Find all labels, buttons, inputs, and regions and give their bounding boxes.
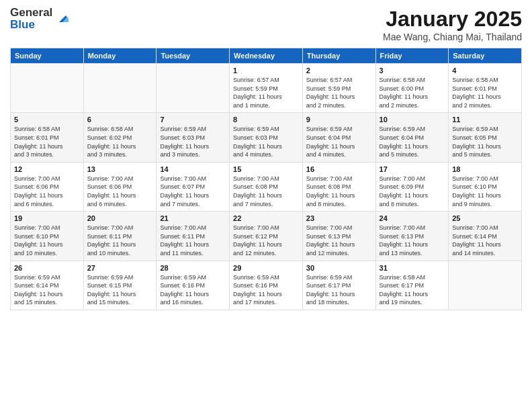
day-number: 30	[306, 264, 372, 272]
day-number: 7	[160, 116, 226, 124]
day-number: 3	[380, 66, 445, 75]
calendar-cell: 12Sunrise: 7:00 AMSunset: 6:06 PMDayligh…	[11, 162, 84, 211]
calendar-cell: 31Sunrise: 6:58 AMSunset: 6:17 PMDayligh…	[375, 261, 449, 310]
day-info: Sunrise: 6:57 AMSunset: 5:59 PMDaylight:…	[306, 76, 372, 109]
day-number: 13	[87, 165, 153, 173]
weekday-header-wednesday: Wednesday	[230, 48, 303, 64]
calendar-week-row-3: 12Sunrise: 7:00 AMSunset: 6:06 PMDayligh…	[11, 162, 522, 211]
calendar-cell: 13Sunrise: 7:00 AMSunset: 6:06 PMDayligh…	[83, 162, 157, 211]
day-info: Sunrise: 7:00 AMSunset: 6:11 PMDaylight:…	[87, 224, 153, 257]
day-number: 8	[233, 116, 299, 124]
day-info: Sunrise: 6:58 AMSunset: 6:00 PMDaylight:…	[380, 76, 445, 109]
day-info: Sunrise: 7:00 AMSunset: 6:10 PMDaylight:…	[14, 224, 80, 257]
day-number: 22	[233, 214, 299, 222]
day-number: 23	[306, 214, 372, 222]
day-info: Sunrise: 6:59 AMSunset: 6:03 PMDaylight:…	[233, 125, 299, 158]
calendar-cell: 16Sunrise: 7:00 AMSunset: 6:08 PMDayligh…	[302, 162, 375, 211]
calendar-week-row-1: 1Sunrise: 6:57 AMSunset: 5:59 PMDaylight…	[11, 64, 522, 113]
day-info: Sunrise: 6:58 AMSunset: 6:02 PMDaylight:…	[87, 125, 153, 158]
calendar-table: SundayMondayTuesdayWednesdayThursdayFrid…	[10, 48, 522, 310]
day-info: Sunrise: 6:59 AMSunset: 6:05 PMDaylight:…	[452, 125, 518, 158]
calendar-cell: 6Sunrise: 6:58 AMSunset: 6:02 PMDaylight…	[83, 113, 157, 162]
calendar-cell: 8Sunrise: 6:59 AMSunset: 6:03 PMDaylight…	[230, 113, 303, 162]
day-info: Sunrise: 6:59 AMSunset: 6:04 PMDaylight:…	[380, 125, 445, 158]
day-number: 14	[160, 165, 226, 173]
calendar-cell: 24Sunrise: 7:00 AMSunset: 6:13 PMDayligh…	[375, 212, 449, 261]
day-info: Sunrise: 7:00 AMSunset: 6:13 PMDaylight:…	[380, 224, 445, 257]
day-number: 28	[160, 264, 226, 272]
day-number: 20	[87, 214, 153, 222]
day-number: 2	[306, 66, 372, 75]
weekday-header-sunday: Sunday	[11, 48, 84, 64]
day-info: Sunrise: 6:58 AMSunset: 6:01 PMDaylight:…	[14, 125, 80, 158]
day-info: Sunrise: 6:57 AMSunset: 5:59 PMDaylight:…	[233, 76, 299, 109]
calendar-cell: 27Sunrise: 6:59 AMSunset: 6:15 PMDayligh…	[83, 261, 157, 310]
calendar-cell: 2Sunrise: 6:57 AMSunset: 5:59 PMDaylight…	[302, 64, 375, 113]
calendar-cell: 26Sunrise: 6:59 AMSunset: 6:14 PMDayligh…	[11, 261, 84, 310]
calendar-cell: 4Sunrise: 6:58 AMSunset: 6:01 PMDaylight…	[449, 64, 522, 113]
day-info: Sunrise: 7:00 AMSunset: 6:08 PMDaylight:…	[233, 175, 299, 208]
day-number: 1	[233, 66, 299, 75]
calendar-cell: 5Sunrise: 6:58 AMSunset: 6:01 PMDaylight…	[11, 113, 84, 162]
day-number: 12	[14, 165, 80, 173]
page-header: General Blue January 2025 Mae Wang, Chia…	[10, 7, 522, 42]
day-number: 24	[380, 214, 445, 222]
calendar-cell: 7Sunrise: 6:59 AMSunset: 6:03 PMDaylight…	[157, 113, 230, 162]
day-info: Sunrise: 7:00 AMSunset: 6:13 PMDaylight:…	[306, 224, 372, 257]
weekday-header-row: SundayMondayTuesdayWednesdayThursdayFrid…	[11, 48, 522, 64]
calendar-cell: 23Sunrise: 7:00 AMSunset: 6:13 PMDayligh…	[302, 212, 375, 261]
day-number: 11	[452, 116, 518, 124]
day-info: Sunrise: 6:59 AMSunset: 6:14 PMDaylight:…	[14, 273, 80, 307]
calendar-cell: 29Sunrise: 6:59 AMSunset: 6:16 PMDayligh…	[230, 261, 303, 310]
day-number: 27	[87, 264, 153, 272]
day-info: Sunrise: 7:00 AMSunset: 6:09 PMDaylight:…	[380, 175, 445, 208]
weekday-header-friday: Friday	[375, 48, 449, 64]
day-info: Sunrise: 6:58 AMSunset: 6:01 PMDaylight:…	[452, 76, 518, 109]
day-info: Sunrise: 7:00 AMSunset: 6:12 PMDaylight:…	[233, 224, 299, 257]
day-number: 19	[14, 214, 80, 222]
calendar-cell: 21Sunrise: 7:00 AMSunset: 6:11 PMDayligh…	[157, 212, 230, 261]
calendar-week-row-2: 5Sunrise: 6:58 AMSunset: 6:01 PMDaylight…	[11, 113, 522, 162]
day-info: Sunrise: 7:00 AMSunset: 6:08 PMDaylight:…	[306, 175, 372, 208]
calendar-cell: 11Sunrise: 6:59 AMSunset: 6:05 PMDayligh…	[449, 113, 522, 162]
day-number: 26	[14, 264, 80, 272]
calendar-week-row-5: 26Sunrise: 6:59 AMSunset: 6:14 PMDayligh…	[11, 261, 522, 310]
calendar-cell: 22Sunrise: 7:00 AMSunset: 6:12 PMDayligh…	[230, 212, 303, 261]
day-number: 4	[452, 66, 518, 75]
day-number: 9	[306, 116, 372, 124]
calendar-cell: 10Sunrise: 6:59 AMSunset: 6:04 PMDayligh…	[375, 113, 449, 162]
calendar-cell: 1Sunrise: 6:57 AMSunset: 5:59 PMDaylight…	[230, 64, 303, 113]
logo-blue-text: Blue	[10, 19, 52, 31]
calendar-cell	[83, 64, 157, 113]
title-block: January 2025 Mae Wang, Chiang Mai, Thail…	[383, 7, 522, 42]
location-text: Mae Wang, Chiang Mai, Thailand	[383, 32, 522, 42]
logo-general-text: General	[10, 7, 52, 19]
day-number: 29	[233, 264, 299, 272]
logo: General Blue	[10, 7, 70, 31]
day-info: Sunrise: 6:59 AMSunset: 6:16 PMDaylight:…	[233, 273, 299, 307]
day-number: 6	[87, 116, 153, 124]
calendar-cell: 25Sunrise: 7:00 AMSunset: 6:14 PMDayligh…	[449, 212, 522, 261]
day-info: Sunrise: 6:58 AMSunset: 6:17 PMDaylight:…	[380, 273, 445, 307]
day-info: Sunrise: 6:59 AMSunset: 6:15 PMDaylight:…	[87, 273, 153, 307]
day-info: Sunrise: 6:59 AMSunset: 6:03 PMDaylight:…	[160, 125, 226, 158]
day-info: Sunrise: 6:59 AMSunset: 6:04 PMDaylight:…	[306, 125, 372, 158]
day-number: 15	[233, 165, 299, 173]
calendar-cell: 3Sunrise: 6:58 AMSunset: 6:00 PMDaylight…	[375, 64, 449, 113]
calendar-cell: 28Sunrise: 6:59 AMSunset: 6:16 PMDayligh…	[157, 261, 230, 310]
calendar-cell	[11, 64, 84, 113]
day-info: Sunrise: 7:00 AMSunset: 6:14 PMDaylight:…	[452, 224, 518, 257]
calendar-cell: 30Sunrise: 6:59 AMSunset: 6:17 PMDayligh…	[302, 261, 375, 310]
day-info: Sunrise: 7:00 AMSunset: 6:10 PMDaylight:…	[452, 175, 518, 208]
calendar-cell: 19Sunrise: 7:00 AMSunset: 6:10 PMDayligh…	[11, 212, 84, 261]
logo-icon	[55, 10, 70, 25]
weekday-header-monday: Monday	[83, 48, 157, 64]
month-title: January 2025	[383, 7, 522, 32]
day-number: 5	[14, 116, 80, 124]
day-info: Sunrise: 7:00 AMSunset: 6:07 PMDaylight:…	[160, 175, 226, 208]
calendar-cell: 17Sunrise: 7:00 AMSunset: 6:09 PMDayligh…	[375, 162, 449, 211]
calendar-cell: 14Sunrise: 7:00 AMSunset: 6:07 PMDayligh…	[157, 162, 230, 211]
calendar-cell	[449, 261, 522, 310]
day-info: Sunrise: 6:59 AMSunset: 6:16 PMDaylight:…	[160, 273, 226, 307]
day-number: 16	[306, 165, 372, 173]
